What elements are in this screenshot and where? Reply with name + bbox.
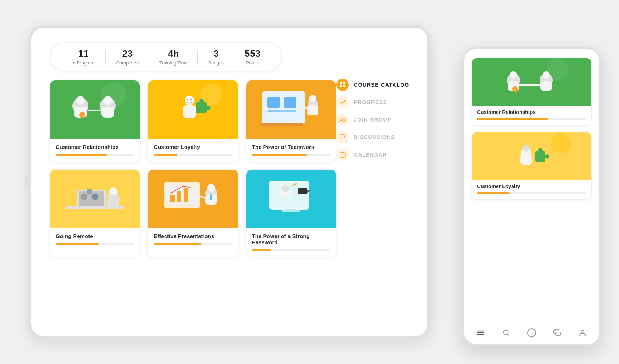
phone-card-info-1: Customer Relationships <box>472 106 591 125</box>
svg-point-16 <box>103 96 112 105</box>
svg-rect-60 <box>298 188 307 194</box>
svg-point-79 <box>545 154 549 159</box>
svg-point-69 <box>543 71 550 79</box>
progress-bg-5 <box>154 243 232 245</box>
phone-progress-bg-1 <box>477 118 586 120</box>
course-card-4[interactable]: Going Remote <box>50 169 140 257</box>
nav-item-calendar[interactable]: CALENDAR <box>336 149 409 161</box>
svg-point-75 <box>523 145 530 152</box>
svg-rect-6 <box>340 135 344 138</box>
svg-rect-48 <box>170 195 175 202</box>
progress-icon <box>336 96 349 108</box>
course-title-2: Customer Loyalty <box>154 144 232 150</box>
discussions-icon <box>336 131 349 143</box>
progress-fill-6 <box>252 249 272 251</box>
svg-rect-1 <box>343 82 345 84</box>
svg-point-41 <box>109 187 117 195</box>
svg-rect-36 <box>260 123 304 126</box>
nav-label-discussions: DISCUSSIONS <box>354 134 395 140</box>
phone-card-title-2: Customer Loyalty <box>477 183 586 189</box>
svg-rect-49 <box>177 191 181 202</box>
svg-point-21 <box>185 96 194 105</box>
course-info-4: Going Remote <box>50 228 140 251</box>
nav-label-course-catalog: COURSE CATALOG <box>354 82 409 88</box>
svg-point-33 <box>309 95 316 102</box>
nav-label-calendar: CALENDAR <box>354 152 387 158</box>
stat-in-progress: 11 In Progress <box>61 48 106 66</box>
svg-rect-22 <box>183 105 196 118</box>
course-card-1[interactable]: Customer Relationships <box>50 80 140 162</box>
phone-progress-fill-2 <box>477 192 510 194</box>
phone-nav-profile[interactable] <box>575 325 590 340</box>
course-title-5: Effective Presentations <box>154 233 232 239</box>
svg-rect-29 <box>267 97 280 108</box>
progress-fill-2 <box>154 154 177 156</box>
svg-point-25 <box>206 106 211 110</box>
course-thumb-2 <box>148 80 238 139</box>
course-thumb-1 <box>50 80 140 139</box>
course-card-2[interactable]: Customer Loyalty <box>147 80 238 162</box>
phone-card-2[interactable]: Customer Loyalty <box>472 132 592 200</box>
tablet-side-button[interactable] <box>25 175 29 189</box>
svg-point-27 <box>190 99 192 100</box>
course-info-1: Customer Relationships <box>50 139 140 162</box>
svg-rect-23 <box>196 102 207 113</box>
progress-fill-3 <box>252 154 307 156</box>
progress-bg-2 <box>154 154 232 156</box>
progress-bg-4 <box>56 243 134 245</box>
nav-item-progress[interactable]: PROGRESS <box>336 96 409 108</box>
course-catalog-icon <box>336 79 349 91</box>
phone-card-1[interactable]: Customer Relationships <box>472 58 592 126</box>
svg-rect-2 <box>340 85 342 87</box>
svg-rect-42 <box>107 198 119 209</box>
svg-point-19 <box>79 112 85 118</box>
course-info-6: The Power of a Strong Password <box>246 228 336 257</box>
scene: 11 In Progress 23 Completed 4h Training … <box>18 18 601 346</box>
phone: Customer Relationships <box>462 47 601 346</box>
phone-nav-search[interactable] <box>499 325 513 340</box>
phone-card-info-2: Customer Loyalty <box>472 180 591 199</box>
course-title-3: The Power of Teamwork <box>252 144 330 150</box>
phone-nav-list[interactable] <box>473 325 488 340</box>
stat-completed-label: Completed <box>116 60 139 66</box>
course-card-5[interactable]: Effective Presentations <box>147 169 238 257</box>
svg-rect-28 <box>262 91 305 124</box>
svg-rect-63 <box>282 210 300 212</box>
course-title-6: The Power of a Strong Password <box>252 233 330 245</box>
svg-point-73 <box>551 133 571 154</box>
phone-bottom-nav <box>464 321 599 344</box>
stat-in-progress-label: In Progress <box>71 60 95 66</box>
stat-badges: 3 Badges <box>198 48 234 66</box>
svg-rect-54 <box>210 194 212 200</box>
nav-label-join-group: JOIN GROUP <box>354 117 391 123</box>
progress-fill-1 <box>56 154 107 156</box>
svg-rect-7 <box>340 153 345 157</box>
svg-point-87 <box>581 330 584 333</box>
sidebar-nav: COURSE CATALOG PROGRESS <box>336 79 409 161</box>
course-title-1: Customer Relationships <box>56 144 134 150</box>
svg-line-84 <box>508 334 509 336</box>
stat-points-value: 553 <box>245 48 260 59</box>
svg-point-5 <box>343 118 345 120</box>
nav-item-course-catalog[interactable]: COURSE CATALOG <box>336 79 409 91</box>
phone-nav-chat[interactable] <box>550 325 564 340</box>
phone-nav-home[interactable] <box>524 325 539 340</box>
svg-rect-77 <box>535 151 545 162</box>
svg-rect-3 <box>343 85 345 87</box>
phone-card-title-1: Customer Relationships <box>477 109 586 115</box>
svg-rect-34 <box>307 105 318 115</box>
nav-item-discussions[interactable]: DISCUSSIONS <box>336 131 409 143</box>
stat-completed-value: 23 <box>122 48 133 59</box>
stat-points: 553 Points <box>234 48 271 66</box>
progress-fill-5 <box>154 243 201 245</box>
course-card-6[interactable]: The Power of a Strong Password <box>246 169 336 257</box>
svg-point-26 <box>187 99 188 100</box>
svg-point-78 <box>538 148 543 152</box>
nav-item-join-group[interactable]: JOIN GROUP <box>336 114 409 126</box>
course-card-3[interactable]: The Power of Teamwork <box>246 80 336 162</box>
svg-point-13 <box>76 96 85 105</box>
stat-points-label: Points <box>246 60 259 66</box>
nav-label-progress: PROGRESS <box>354 99 387 105</box>
phone-thumb-1 <box>472 58 591 106</box>
tablet: 11 In Progress 23 Completed 4h Training … <box>29 25 430 339</box>
